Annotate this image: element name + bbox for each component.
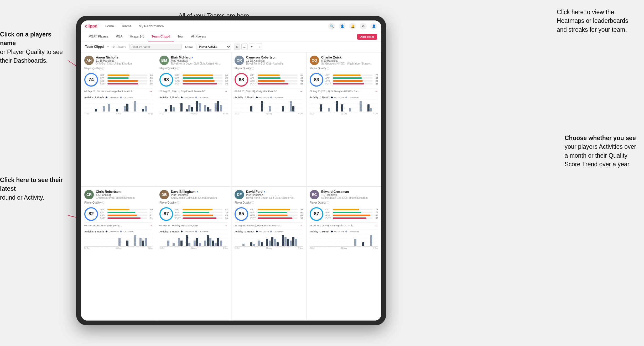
player-handicap: Plus Handicap: [171, 59, 228, 62]
player-club: St. George's Hill GC - Weybridge - Surre…: [321, 62, 378, 65]
quality-score[interactable]: 82: [84, 207, 98, 221]
round-arrow-icon[interactable]: →: [225, 89, 228, 93]
player-handicap: 1-5 Handicap: [321, 194, 378, 196]
latest-round[interactable]: 02 Sep 23 | Sunset round to get back int…: [84, 88, 153, 93]
round-arrow-icon[interactable]: →: [149, 224, 153, 227]
player-card: AN Aaron Nicholls 11-15 Handicap Drift G…: [81, 52, 156, 187]
round-arrow-icon[interactable]: →: [225, 224, 228, 227]
stat-row-app: APP 80: [250, 211, 303, 214]
latest-round[interactable]: 07 Aug 23 | 77 (+7), St George's Hill GC…: [310, 88, 378, 93]
player-name[interactable]: Dave Billingham ●: [171, 190, 228, 194]
quality-score[interactable]: 74: [84, 73, 98, 87]
tab-pga[interactable]: PGA: [112, 32, 126, 41]
activity-chart: [84, 100, 153, 112]
stat-arg-bar-bg: [183, 80, 222, 82]
player-avatar[interactable]: CR: [235, 56, 244, 65]
latest-round[interactable]: 26 Aug 23 | 84 (+12), Royal North Devon …: [235, 222, 303, 227]
chart-bar: [199, 243, 201, 246]
player-name[interactable]: Chris Robertson: [96, 190, 153, 194]
off-course-label: Off course: [123, 230, 133, 233]
chart-bar: [290, 101, 292, 111]
player-name[interactable]: Charlie Quick: [321, 56, 378, 59]
quality-score[interactable]: 83: [310, 73, 323, 87]
on-course-dot: [106, 97, 107, 98]
tab-pgat[interactable]: PGAT Players: [85, 32, 112, 41]
quality-score[interactable]: 85: [235, 207, 248, 221]
player-avatar[interactable]: BM: [159, 56, 169, 65]
grid-view-button[interactable]: ⊞: [234, 44, 240, 50]
player-handicap: 11-15 Handicap: [246, 59, 303, 62]
activity-section: Activity · 1 Month On course Off course …: [235, 95, 303, 115]
player-avatar[interactable]: AN: [84, 56, 94, 65]
nav-home[interactable]: Home: [104, 24, 115, 28]
on-course-dot: [181, 97, 183, 98]
add-team-button[interactable]: Add Team: [357, 34, 377, 40]
chart-bar: [180, 103, 183, 111]
sort-button[interactable]: ↕: [256, 44, 262, 50]
player-name[interactable]: Blair McHarg ●: [171, 56, 228, 59]
player-avatar[interactable]: EC: [310, 190, 319, 199]
filter-button[interactable]: ▼: [249, 44, 255, 50]
chart-x-label-start: 31 Jul: [84, 113, 89, 115]
latest-round[interactable]: 26 Aug 23 | 73 (+1), Royal North Devon G…: [159, 88, 228, 93]
activity-chart: [235, 100, 303, 112]
player-avatar[interactable]: DB: [159, 190, 169, 199]
list-view-button[interactable]: ☰: [241, 44, 248, 50]
latest-round[interactable]: 18 Jul 23 | 74 (+4), Sunningdale GC - Ol…: [310, 222, 378, 227]
chart-bar: [186, 109, 188, 111]
round-arrow-icon[interactable]: →: [149, 89, 153, 93]
stat-app-bar: [258, 77, 281, 79]
latest-round[interactable]: 02 Jul 23 | 59 (+17), Craigmillar Park G…: [235, 88, 303, 93]
player-name[interactable]: David Ford ●: [246, 190, 303, 194]
round-arrow-icon[interactable]: →: [375, 89, 378, 93]
stat-putt-bar: [333, 83, 364, 84]
stat-ott-bar: [107, 209, 129, 210]
stat-app-label: APP: [325, 211, 332, 214]
edit-icon[interactable]: ✏: [107, 45, 109, 49]
latest-round[interactable]: 03 Mar 23 | 19, Must make putting →: [84, 222, 153, 227]
player-name[interactable]: Aaron Nicholls: [96, 56, 153, 59]
profile-icon[interactable]: 👤: [339, 23, 346, 30]
tab-tour[interactable]: Tour: [174, 32, 187, 41]
stat-ott-label: OTT: [100, 208, 106, 211]
player-handicap: Plus Handicap: [171, 194, 228, 196]
stat-row-putt: PUTT 96: [250, 217, 303, 219]
tab-team-clippd[interactable]: Team Clippd: [148, 32, 174, 41]
stat-app-value: 63: [299, 77, 303, 79]
settings-icon[interactable]: ⚙: [360, 23, 367, 30]
avatar-icon[interactable]: 👤: [370, 23, 377, 30]
quality-score[interactable]: 93: [159, 73, 173, 87]
player-name[interactable]: Edward Crossman: [321, 190, 378, 194]
nav-my-performance[interactable]: My Performance: [138, 24, 165, 28]
chart-bar: [173, 107, 175, 111]
stat-arg-value: 81: [148, 214, 153, 216]
round-arrow-icon[interactable]: →: [300, 224, 303, 227]
team-header: Team Clippd ✏ 14 Players Show: Player Ac…: [81, 41, 381, 52]
player-avatar[interactable]: DF: [235, 190, 244, 199]
round-arrow-icon[interactable]: →: [300, 89, 303, 93]
round-arrow-icon[interactable]: →: [375, 224, 378, 227]
latest-round-text: 03 Mar 23 | 19, Must make putting: [84, 224, 120, 227]
search-icon[interactable]: 🔍: [328, 23, 335, 30]
latest-round[interactable]: 04 Sep 23 | Mobility with coach, Gym →: [159, 222, 228, 227]
quality-score[interactable]: 87: [159, 207, 173, 221]
chart-bar: [95, 109, 97, 111]
quality-score[interactable]: 87: [310, 207, 323, 221]
nav-logo[interactable]: clippd: [85, 24, 97, 29]
quality-score[interactable]: 68: [235, 73, 248, 87]
stat-arg-bar: [107, 80, 138, 82]
player-avatar[interactable]: CQ: [310, 56, 319, 65]
tab-hcaps[interactable]: Hcaps 1-5: [126, 32, 148, 41]
stat-ott-value: 77: [374, 74, 378, 76]
player-name[interactable]: Cameron Robertson: [246, 56, 303, 59]
stat-ott-value: 84: [224, 74, 228, 76]
tab-all-players[interactable]: All Players: [187, 32, 210, 41]
nav-teams[interactable]: Teams: [120, 24, 132, 28]
show-select[interactable]: Player Activity Quality Score Trend: [196, 44, 231, 50]
view-toggles: ⊞ ☰ ▼ ↕: [234, 44, 262, 50]
on-course-label: On course: [184, 230, 194, 233]
player-avatar[interactable]: CR: [84, 190, 94, 199]
stat-row-ott: OTT 77: [325, 74, 378, 76]
notifications-icon[interactable]: 🔔: [349, 23, 356, 30]
search-input[interactable]: [129, 44, 182, 50]
